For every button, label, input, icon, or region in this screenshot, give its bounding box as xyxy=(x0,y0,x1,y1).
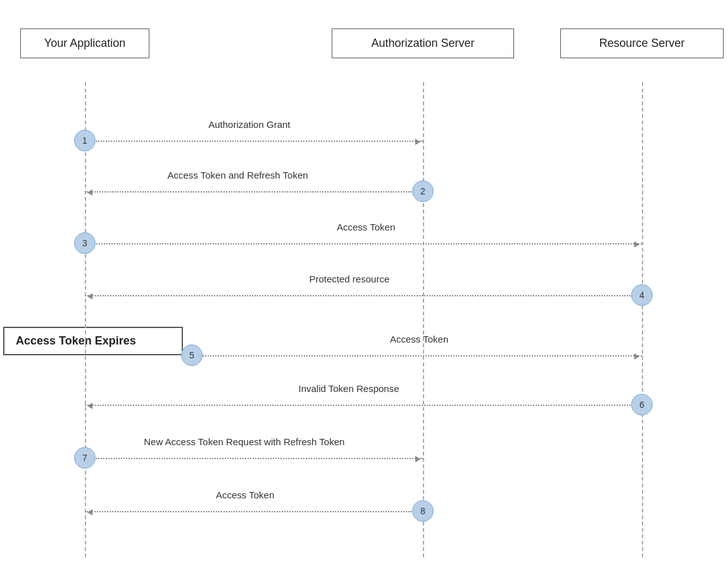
step-circle-1: 1 xyxy=(74,130,96,151)
step-circle-4: 4 xyxy=(631,284,653,306)
your-app-label: Your Application xyxy=(44,37,125,49)
diagram-container: Your Application Authorization Server Re… xyxy=(0,0,728,575)
step-circle-5: 5 xyxy=(181,344,203,366)
message-label: Protected resource xyxy=(310,274,390,284)
step-circle-2: 2 xyxy=(412,180,434,202)
message-line xyxy=(96,458,423,459)
header-auth-server: Authorization Server xyxy=(332,28,514,58)
message-label: Access Token xyxy=(216,490,274,500)
step-circle-6: 6 xyxy=(631,394,653,415)
expires-label: Access Token Expires xyxy=(16,334,136,347)
access-token-expires-box: Access Token Expires xyxy=(3,327,183,355)
auth-server-label: Authorization Server xyxy=(371,37,474,49)
step-circle-8: 8 xyxy=(412,500,434,522)
message-line xyxy=(85,191,411,193)
message-line xyxy=(85,511,411,512)
step-circle-3: 3 xyxy=(74,232,96,254)
header-your-app: Your Application xyxy=(20,28,149,58)
step-circle-7: 7 xyxy=(74,447,96,469)
message-label: Access Token and Refresh Token xyxy=(168,170,308,180)
message-line xyxy=(203,355,642,357)
message-line xyxy=(85,405,631,406)
message-line xyxy=(96,141,423,142)
message-label: Invalid Token Response xyxy=(299,383,399,394)
message-label: Authorization Grant xyxy=(208,119,290,130)
lifeline xyxy=(85,82,86,557)
header-resource-server: Resource Server xyxy=(560,28,724,58)
resource-server-label: Resource Server xyxy=(599,37,684,49)
message-label: Access Token xyxy=(337,222,395,232)
lifeline xyxy=(423,82,424,557)
message-line xyxy=(96,243,642,244)
message-label: Access Token xyxy=(390,334,448,344)
message-line xyxy=(85,295,631,296)
message-label: New Access Token Request with Refresh To… xyxy=(144,436,344,447)
lifeline xyxy=(642,82,643,557)
